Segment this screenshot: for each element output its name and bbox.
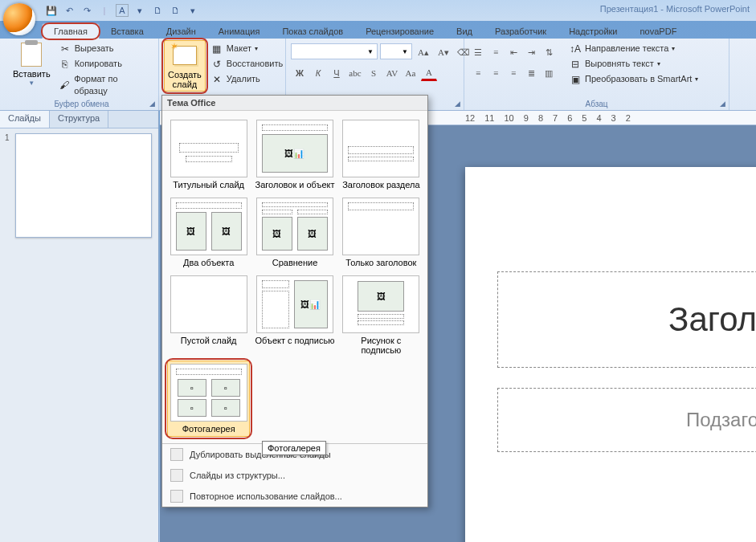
layout-section-header[interactable]: Заголовок раздела (340, 117, 423, 192)
paste-dropdown-icon[interactable]: ▼ (28, 80, 35, 88)
font-color-button[interactable]: A (421, 65, 437, 81)
tab-addins[interactable]: Надстройки (558, 24, 628, 39)
strike-button[interactable]: abc (347, 65, 363, 81)
layout-comparison[interactable]: 🖼🖼 Сравнение (253, 195, 336, 270)
spacing-button[interactable]: AV (384, 65, 400, 81)
columns-button[interactable]: ▥ (541, 65, 557, 81)
paragraph-dialog-launcher[interactable]: ◢ (717, 99, 727, 108)
tab-review[interactable]: Рецензирование (354, 24, 445, 39)
qat-sep: | (98, 4, 111, 17)
brush-icon: 🖌 (59, 79, 72, 92)
qat-more-icon[interactable]: ▾ (186, 4, 199, 17)
justify-button[interactable]: ≣ (523, 65, 539, 81)
footer-label: Повторное использование слайдов... (190, 491, 342, 501)
layout-label: Заголовок раздела (342, 180, 419, 189)
undo-icon[interactable]: ↶ (63, 4, 76, 17)
tab-slideshow[interactable]: Показ слайдов (271, 24, 354, 39)
smartart-label: Преобразовать в SmartArt (585, 73, 692, 85)
tab-animation[interactable]: Анимация (207, 24, 272, 39)
new-slide-button[interactable]: Создать слайд (164, 40, 206, 92)
layout-title-only[interactable]: Только заголовок (340, 195, 423, 270)
layout-label: Рисунок с подписью (341, 336, 422, 355)
layout-label: Фотогалерея (182, 424, 235, 434)
delete-icon: ✕ (210, 73, 223, 86)
indent-dec-button[interactable]: ⇤ (505, 44, 521, 60)
footer-label: Слайды из структуры... (190, 471, 285, 480)
shadow-button[interactable]: S (366, 65, 382, 81)
new-slide-label: Создать слайд (168, 70, 202, 89)
tab-view[interactable]: Вид (445, 24, 484, 39)
qat-doc1-icon[interactable]: 🗋 (151, 4, 164, 17)
pane-tab-slides[interactable]: Слайды (0, 111, 50, 128)
align-right-button[interactable]: ≡ (505, 65, 521, 81)
quick-access-toolbar: 💾 ↶ ↷ | A ▾ 🗋 🗋 ▾ (45, 4, 199, 17)
italic-button[interactable]: К (310, 65, 326, 81)
layout-label: Объект с подписью (255, 336, 335, 345)
font-size-select[interactable]: ▼ (380, 43, 412, 59)
indent-inc-button[interactable]: ⇥ (523, 44, 539, 60)
cut-button[interactable]: ✂Вырезать (57, 42, 153, 56)
font-family-select[interactable]: ▼ (291, 43, 378, 59)
bold-button[interactable]: Ж (292, 65, 308, 81)
align-left-button[interactable]: ≡ (470, 65, 486, 81)
text-direction-button[interactable]: ↕AНаправление текста ▾ (567, 42, 700, 56)
layout-label: Только заголовок (345, 258, 416, 267)
layout-label: Сравнение (272, 258, 318, 267)
qat-dropdown-icon[interactable]: ▾ (133, 4, 146, 17)
cut-label: Вырезать (75, 43, 114, 55)
numbering-button[interactable]: ≡ (488, 44, 504, 60)
subtitle-text: Подзаго (686, 409, 756, 431)
save-icon[interactable]: 💾 (45, 4, 58, 17)
layout-photo-gallery[interactable]: ▫▫▫▫ Фотогалерея (167, 361, 250, 437)
duplicate-icon (170, 448, 183, 461)
layout-tooltip: Фотогалерея (262, 441, 326, 455)
copy-label: Копировать (75, 58, 122, 70)
tab-home[interactable]: Главная (42, 23, 100, 39)
align-text-icon: ⊟ (569, 58, 582, 71)
align-center-button[interactable]: ≡ (488, 65, 504, 81)
tab-developer[interactable]: Разработчик (484, 24, 558, 39)
slides-from-outline-item[interactable]: Слайды из структуры... (162, 465, 427, 486)
case-button[interactable]: Aa (403, 65, 419, 81)
slide-thumbnail-1[interactable] (15, 133, 152, 238)
tab-novapdf[interactable]: novaPDF (629, 24, 689, 39)
qat-font-icon[interactable]: A (116, 4, 129, 17)
text-direction-label: Направление текста (585, 43, 668, 55)
tab-design[interactable]: Дизайн (155, 24, 207, 39)
qat-doc2-icon[interactable]: 🗋 (169, 4, 182, 17)
delete-button[interactable]: ✕Удалить (209, 72, 284, 87)
font-dialog-launcher[interactable]: ◢ (452, 99, 462, 108)
office-button[interactable] (3, 3, 35, 35)
pane-tab-outline[interactable]: Структура (50, 111, 108, 128)
subtitle-placeholder[interactable]: Подзаго (497, 388, 756, 452)
underline-button[interactable]: Ч (329, 65, 345, 81)
layout-content-caption[interactable]: 🖼📊 Объект с подписью (253, 273, 336, 357)
bullets-button[interactable]: ☰ (470, 44, 486, 60)
layout-two-content[interactable]: 🖼🖼 Два объекта (167, 195, 250, 270)
layout-title-content[interactable]: 🖼📊 Заголовок и объект (253, 117, 336, 192)
layout-picture-caption[interactable]: 🖼 Рисунок с подписью (340, 273, 423, 357)
reuse-slides-item[interactable]: Повторное использование слайдов... (162, 486, 427, 507)
line-spacing-button[interactable]: ⇅ (541, 44, 557, 60)
new-slide-icon (173, 46, 197, 65)
clipboard-dialog-launcher[interactable]: ◢ (147, 99, 157, 108)
layout-blank[interactable]: Пустой слайд (167, 273, 250, 357)
shrink-font-button[interactable]: A▾ (435, 44, 452, 60)
paste-label: Вставить (13, 69, 51, 79)
reset-label: Восстановить (227, 58, 283, 70)
reset-button[interactable]: ↺Восстановить (209, 57, 284, 71)
smartart-button[interactable]: ▣Преобразовать в SmartArt ▾ (567, 72, 700, 87)
tab-insert[interactable]: Вставка (100, 24, 155, 39)
layout-title-slide[interactable]: Титульный слайд (167, 117, 250, 192)
title-text: Заголо (668, 300, 756, 339)
reuse-icon (170, 490, 183, 503)
format-painter-button[interactable]: 🖌Формат по образцу (57, 72, 153, 99)
grow-font-button[interactable]: A▴ (415, 44, 431, 60)
paste-button[interactable]: Вставить ▼ (10, 40, 54, 89)
title-placeholder[interactable]: Заголо (497, 271, 756, 368)
align-text-button[interactable]: ⊟Выровнять текст ▾ (567, 57, 700, 71)
layout-button[interactable]: ▦Макет ▾ (209, 42, 284, 56)
slide-canvas[interactable]: Заголо Подзаго (465, 167, 756, 542)
copy-button[interactable]: ⎘Копировать (57, 57, 153, 71)
redo-icon[interactable]: ↷ (80, 4, 93, 17)
